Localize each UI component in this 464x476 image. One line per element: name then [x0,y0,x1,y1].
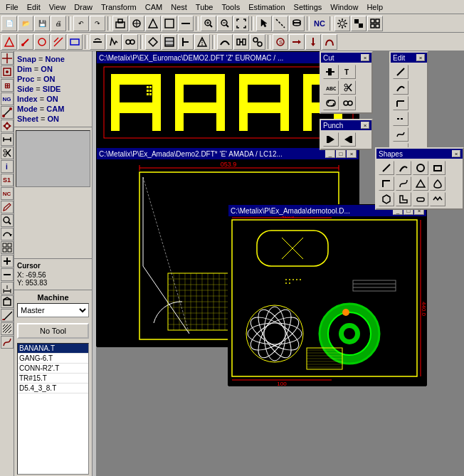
menu-cam[interactable]: CAM [141,1,167,13]
cut-btn-scissors[interactable] [340,80,356,95]
tb-b4[interactable] [162,16,177,31]
shape-btn-circle[interactable] [413,161,428,175]
shape-btn-drop[interactable] [430,176,445,191]
tb-undo[interactable]: ↶ [73,16,89,31]
menu-edit[interactable]: Edit [23,1,45,13]
icon-transform[interactable] [1,309,14,322]
punch-close[interactable]: × [361,122,369,129]
icon-ng[interactable]: NG [1,92,14,105]
cut-btn-arrow[interactable] [323,65,339,79]
edit-btn-dash[interactable] [393,112,408,126]
edit-btn-line[interactable] [393,65,408,79]
menu-file[interactable]: File [1,1,23,13]
tool-item-2[interactable]: CONN-R2'.T [18,364,88,374]
menu-tube[interactable]: Tube [191,1,218,13]
punch-btn-right[interactable] [340,132,356,147]
cut-btn-chain[interactable] [340,96,356,110]
icon-array[interactable] [1,241,14,254]
tb-b2[interactable] [129,16,144,31]
tb2-b18[interactable] [305,34,321,50]
menu-view[interactable]: View [45,1,70,13]
menu-tools[interactable]: Tools [218,1,245,13]
cut-close[interactable]: × [361,54,369,61]
tb-b5[interactable] [178,16,194,31]
icon-rotate[interactable] [1,228,14,240]
menu-nest[interactable]: Nest [167,1,191,13]
icon-measure[interactable] [1,133,14,146]
tb-extra2[interactable] [367,16,383,31]
tb2-b7[interactable] [106,34,122,50]
icon-arrows[interactable] [1,120,14,132]
icon-cut[interactable] [1,147,14,159]
notool-button[interactable]: No Tool [17,323,89,339]
tb2-b9[interactable] [145,34,161,50]
icon-zoom[interactable] [1,214,14,227]
shape-btn-curve[interactable] [396,176,411,191]
tb2-b1[interactable] [1,34,17,50]
tb-fit[interactable] [233,16,249,31]
tb-open[interactable]: 📂 [18,16,33,31]
icon-snap2[interactable] [1,106,14,119]
edit-btn-arc[interactable] [393,80,408,95]
tb-print[interactable]: 🖨 [51,16,66,31]
tool-item-3[interactable]: TR#15.T [18,374,88,384]
tb-zoom-in[interactable] [201,16,216,31]
win2-close[interactable]: × [347,149,357,158]
icon-plus[interactable] [1,255,14,268]
icon-grid[interactable]: ⊞ [1,79,14,92]
icon-block[interactable] [1,295,14,308]
icon-snap1[interactable] [1,65,14,78]
tb2-b12[interactable] [194,34,210,50]
tb-b3[interactable] [145,16,161,31]
shape-btn-corner[interactable] [379,176,394,191]
tb2-b4[interactable] [51,34,66,50]
icon-spline[interactable] [1,336,14,349]
shape-btn-hexagon[interactable] [379,192,394,206]
tb2-b13[interactable] [217,34,233,50]
tb2-b8[interactable] [122,34,138,50]
shape-btn-line[interactable] [379,161,394,175]
tb2-b19[interactable] [322,34,337,50]
edit-close[interactable]: × [416,54,425,61]
tb-redo[interactable]: ↷ [90,16,105,31]
edit-btn-curve[interactable] [393,127,408,142]
menu-help[interactable]: Help [362,1,387,13]
tb-save[interactable]: 💾 [34,16,50,31]
tb2-b2[interactable] [18,34,33,50]
shape-btn-arc[interactable] [396,161,411,175]
menu-estimation[interactable]: Estimation [244,1,289,13]
icon-dim[interactable] [1,282,14,295]
tb-new[interactable]: 📄 [1,16,17,31]
tb2-b14[interactable] [233,34,249,50]
cut-btn-link[interactable] [323,96,339,110]
shape-btn-zigzag[interactable] [430,192,445,206]
cut-btn-abc[interactable]: ABC [323,80,339,95]
tool-item-1[interactable]: GANG-6.T [18,354,88,364]
tb-snap[interactable] [273,16,288,31]
tb2-b15[interactable] [250,34,265,50]
tb2-b17[interactable] [289,34,305,50]
win2-minimize[interactable]: _ [325,149,335,158]
tb-settings[interactable] [334,16,350,31]
edit-btn-corner[interactable] [393,96,408,110]
shape-btn-rect[interactable] [430,161,445,175]
tb-extra1[interactable] [351,16,367,31]
menu-transform[interactable]: Transform [97,1,141,13]
machine-select[interactable]: Master [17,303,89,317]
icon-hatch[interactable] [1,322,14,335]
tb2-b10[interactable] [162,34,177,50]
tb-b1[interactable] [112,16,128,31]
tb2-b5[interactable] [67,34,83,50]
shapes-close[interactable]: × [452,150,460,157]
win2-maximize[interactable]: □ [336,149,346,158]
shape-btn-lshape[interactable] [396,192,411,206]
menu-draw[interactable]: Draw [70,1,97,13]
tb2-b16[interactable]: S [273,34,288,50]
icon-edit[interactable] [1,201,14,213]
tb-select[interactable] [256,16,272,31]
icon-info[interactable]: i [1,160,14,173]
tb2-b11[interactable] [178,34,194,50]
cut-btn-text[interactable]: T [340,65,356,79]
tb2-b3[interactable] [34,34,50,50]
tool-item-0[interactable]: BANANA.T [18,344,88,354]
